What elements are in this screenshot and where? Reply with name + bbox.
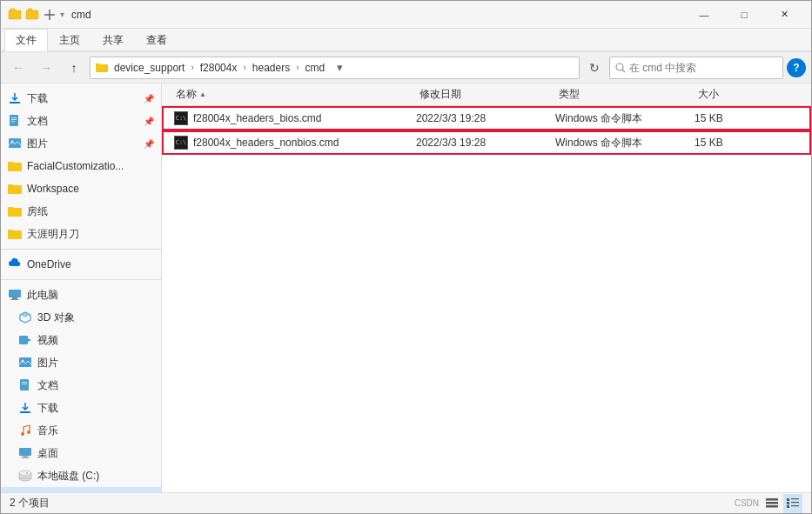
sidebar-item-docs[interactable]: 文档 📌 <box>1 110 161 132</box>
minimize-button[interactable]: — <box>684 1 724 29</box>
cmd-file-icon-1: C:\ <box>172 110 190 127</box>
3d-icon <box>18 310 32 324</box>
computer-icon <box>8 288 22 302</box>
help-button[interactable]: ? <box>787 58 806 77</box>
file-type-bios: Windows 命令脚本 <box>555 112 642 124</box>
col-name[interactable]: 名称 <box>172 83 416 105</box>
video-icon <box>18 333 32 347</box>
file-date-bios: 2022/3/3 19:28 <box>416 112 486 124</box>
sidebar-item-music[interactable]: 音乐 <box>1 419 161 442</box>
svg-rect-3 <box>28 9 32 11</box>
tab-file[interactable]: 文件 <box>4 29 48 51</box>
quick-access-icon-2 <box>25 8 39 22</box>
csdn-label: CSDN <box>735 498 759 508</box>
svg-line-9 <box>622 70 625 72</box>
sidebar-label-onedrive: OneDrive <box>27 258 71 270</box>
svg-rect-34 <box>20 379 29 391</box>
quick-access-icon-1 <box>8 8 22 22</box>
cmd-icon-2: C:\ <box>174 136 188 150</box>
sidebar-item-onedrive[interactable]: OneDrive <box>1 253 161 276</box>
maximize-button[interactable]: □ <box>724 1 764 29</box>
svg-point-46 <box>26 472 28 474</box>
sidebar-label-facial: FacialCustomizatio... <box>27 160 124 172</box>
sidebar-item-pictures[interactable]: 图片 <box>1 351 161 374</box>
status-bar: 2 个项目 CSDN <box>1 492 811 513</box>
search-input[interactable] <box>629 62 768 74</box>
sidebar-label-video: 视频 <box>37 333 58 348</box>
sidebar-label-pictures: 图片 <box>37 356 58 370</box>
refresh-button[interactable]: ↻ <box>583 57 606 79</box>
svg-rect-57 <box>791 502 799 503</box>
sidebar-item-workspace[interactable]: Workspace <box>1 177 161 200</box>
address-seg-cmd[interactable]: cmd <box>303 61 328 75</box>
file-item-nonbios[interactable]: C:\ f28004x_headers_nonbios.cmd 2022/3/3… <box>162 130 811 155</box>
sidebar-item-tianming[interactable]: 天涯明月刀 <box>1 223 161 245</box>
cloud-icon <box>8 257 22 271</box>
explorer-window: ▾ cmd — □ ✕ 文件 主页 共享 查看 ← → ↑ device_sup… <box>0 0 812 514</box>
col-size[interactable]: 大小 <box>695 83 764 105</box>
col-date[interactable]: 修改日期 <box>416 83 555 105</box>
main-area: 下载 📌 文档 📌 <box>1 83 811 492</box>
sidebar-item-wallpaper[interactable]: 房纸 <box>1 200 161 223</box>
sidebar-label-tianming: 天涯明月刀 <box>27 227 79 242</box>
address-seg-headers[interactable]: headers <box>250 61 292 75</box>
address-seg-1[interactable]: device_support <box>111 61 187 75</box>
sidebar-label-documents: 文档 <box>37 378 58 393</box>
file-name-nonbios: f28004x_headers_nonbios.cmd <box>193 137 339 149</box>
sidebar-item-facial[interactable]: FacialCustomizatio... <box>1 155 161 177</box>
svg-rect-27 <box>10 299 19 300</box>
file-list-body: C:\ f28004x_headers_bios.cmd 2022/3/3 19… <box>162 106 811 492</box>
address-seg-2[interactable]: f28004x <box>198 61 240 75</box>
address-bar[interactable]: device_support › f28004x › headers › cmd… <box>90 57 580 79</box>
sidebar-item-images[interactable]: 图片 📌 <box>1 132 161 155</box>
tab-view[interactable]: 查看 <box>135 29 178 51</box>
address-dropdown-btn[interactable]: ▾ <box>331 57 348 79</box>
forward-button[interactable]: → <box>34 56 58 80</box>
svg-rect-53 <box>766 505 778 508</box>
search-icon <box>615 63 626 73</box>
svg-marker-29 <box>20 312 30 317</box>
up-button[interactable]: ↑ <box>62 56 86 80</box>
sidebar-divider-2 <box>1 279 161 280</box>
download-icon-2 <box>18 401 32 415</box>
doc-icon <box>8 114 22 128</box>
svg-rect-36 <box>22 384 27 384</box>
detail-view-button[interactable] <box>783 494 802 513</box>
list-view-button[interactable] <box>762 494 782 513</box>
sidebar-item-documents[interactable]: 文档 <box>1 374 161 397</box>
svg-point-39 <box>27 431 30 434</box>
sidebar-item-desktop[interactable]: 桌面 <box>1 442 161 464</box>
svg-rect-14 <box>11 121 15 122</box>
svg-point-8 <box>616 63 623 70</box>
svg-point-38 <box>21 432 24 436</box>
sidebar-item-downloads[interactable]: 下载 <box>1 397 161 419</box>
sidebar-item-local-c[interactable]: 本地磁盘 (C:) <box>1 464 161 487</box>
sidebar-item-thispc[interactable]: 此电脑 <box>1 284 161 306</box>
window-title: cmd <box>71 9 684 21</box>
svg-rect-13 <box>11 119 17 120</box>
sidebar-item-video[interactable]: 视频 <box>1 329 161 351</box>
svg-point-45 <box>19 471 31 476</box>
svg-rect-2 <box>26 10 38 19</box>
col-type[interactable]: 类型 <box>555 83 695 105</box>
sidebar-divider-1 <box>1 249 161 250</box>
svg-rect-52 <box>766 502 778 504</box>
sidebar-item-download[interactable]: 下载 📌 <box>1 87 161 110</box>
address-chevron-1: › <box>191 63 193 72</box>
svg-rect-59 <box>791 505 799 506</box>
tab-share[interactable]: 共享 <box>91 29 135 51</box>
folder-icon-facial <box>8 159 22 173</box>
file-size-nonbios: 15 KB <box>695 137 723 149</box>
svg-rect-37 <box>20 411 30 413</box>
sidebar-label-3d: 3D 对象 <box>37 310 75 325</box>
file-item-bios[interactable]: C:\ f28004x_headers_bios.cmd 2022/3/3 19… <box>162 106 811 130</box>
sidebar-item-3d[interactable]: 3D 对象 <box>1 306 161 329</box>
back-button[interactable]: ← <box>6 56 30 80</box>
tab-home[interactable]: 主页 <box>48 29 91 51</box>
close-button[interactable]: ✕ <box>764 1 804 29</box>
sidebar-label-workspace: Workspace <box>27 183 79 195</box>
address-chevron-2: › <box>243 63 245 72</box>
search-box[interactable] <box>609 57 783 79</box>
svg-rect-12 <box>11 117 17 118</box>
sidebar-label-docs: 文档 <box>27 114 48 129</box>
